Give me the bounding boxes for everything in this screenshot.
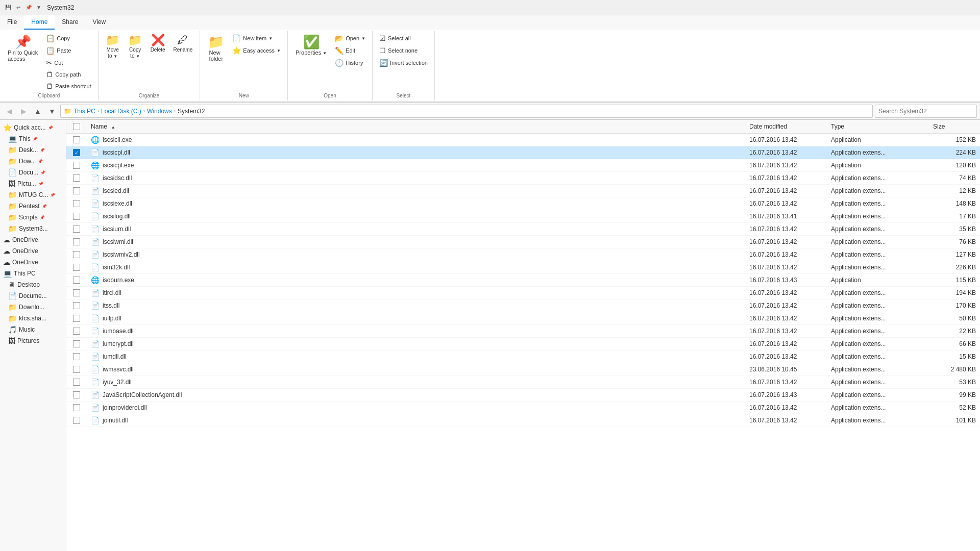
header-type[interactable]: Type: [827, 120, 929, 133]
row-checkbox[interactable]: [73, 366, 80, 373]
table-row[interactable]: 📄 iscsidsc.dll 16.07.2016 13.42 Applicat…: [66, 172, 980, 185]
sidebar-item-onedrive3[interactable]: ☁ OneDrive: [0, 257, 66, 268]
header-size[interactable]: Size: [929, 120, 980, 133]
table-row[interactable]: 📄 iumdll.dll 16.07.2016 13.42 Applicatio…: [66, 350, 980, 363]
row-checkbox-cell[interactable]: [66, 262, 87, 273]
sidebar-item-onedrive2[interactable]: ☁ OneDrive: [0, 245, 66, 257]
breadcrumb-windows[interactable]: Windows: [147, 108, 172, 115]
row-checkbox-cell[interactable]: [66, 223, 87, 235]
header-checkbox[interactable]: [66, 120, 87, 133]
row-checkbox[interactable]: [73, 391, 80, 398]
table-row[interactable]: 📄 joinprovideroi.dll 16.07.2016 13.42 Ap…: [66, 402, 980, 414]
move-to-button[interactable]: 📁 Moveto ▼: [103, 33, 123, 61]
invert-selection-button[interactable]: 🔄 Invert selection: [377, 57, 430, 68]
sidebar-item-documents[interactable]: 📄 Docu... 📌: [0, 167, 66, 178]
row-checkbox-cell[interactable]: [66, 172, 87, 184]
row-checkbox[interactable]: [73, 174, 80, 182]
tab-view[interactable]: View: [85, 15, 113, 30]
sidebar-item-this[interactable]: 💻 This 📌: [0, 133, 66, 144]
new-folder-button[interactable]: 📁 Newfolder: [204, 33, 228, 64]
table-row[interactable]: 📄 iumbase.dll 16.07.2016 13.42 Applicati…: [66, 325, 980, 338]
select-all-button[interactable]: ☑ Select all: [377, 33, 430, 44]
back-button[interactable]: ◀: [3, 105, 15, 117]
row-checkbox-cell[interactable]: [66, 351, 87, 362]
row-checkbox-cell[interactable]: [66, 377, 87, 388]
table-row[interactable]: 🌐 iscsicpl.exe 16.07.2016 13.42 Applicat…: [66, 159, 980, 172]
row-checkbox-cell[interactable]: [66, 402, 87, 413]
row-checkbox-cell[interactable]: [66, 134, 87, 145]
breadcrumb-thispc[interactable]: This PC: [74, 108, 95, 115]
row-checkbox[interactable]: [73, 226, 80, 233]
sidebar-item-quick-access[interactable]: ⭐ Quick acc... 📌: [0, 122, 66, 133]
row-checkbox-cell[interactable]: ✓: [66, 147, 87, 158]
search-input[interactable]: [875, 105, 977, 118]
row-checkbox[interactable]: ✓: [73, 149, 80, 156]
undo-icon[interactable]: ↩: [14, 4, 22, 12]
sidebar-item-pentest[interactable]: 📁 Pentest 📌: [0, 201, 66, 212]
table-row[interactable]: 📄 joinutil.dll 16.07.2016 13.42 Applicat…: [66, 414, 980, 427]
row-checkbox[interactable]: [73, 289, 80, 296]
sidebar-item-music[interactable]: 🎵 Music: [0, 324, 66, 335]
select-none-button[interactable]: ☐ Select none: [377, 45, 430, 56]
table-row[interactable]: 📄 itss.dll 16.07.2016 13.42 Application …: [66, 299, 980, 312]
table-row[interactable]: 📄 iuilp.dll 16.07.2016 13.42 Application…: [66, 312, 980, 325]
dropdown-icon[interactable]: ▼: [35, 4, 43, 12]
table-row[interactable]: 📄 iscsiwmi.dll 16.07.2016 13.42 Applicat…: [66, 236, 980, 248]
row-checkbox-cell[interactable]: [66, 338, 87, 349]
sidebar-item-onedrive1[interactable]: ☁ OneDrive: [0, 234, 66, 245]
table-row[interactable]: 📄 iyuv_32.dll 16.07.2016 13.42 Applicati…: [66, 376, 980, 389]
table-row[interactable]: 📄 iscsiwmiv2.dll 16.07.2016 13.42 Applic…: [66, 248, 980, 261]
table-row[interactable]: 📄 iscsiexe.dll 16.07.2016 13.42 Applicat…: [66, 197, 980, 210]
tab-home[interactable]: Home: [24, 15, 55, 30]
easy-access-button[interactable]: ⭐ Easy access ▼: [230, 45, 283, 56]
table-row[interactable]: 📄 iscsied.dll 16.07.2016 13.42 Applicati…: [66, 185, 980, 197]
tab-share[interactable]: Share: [55, 15, 85, 30]
sidebar-item-scripts[interactable]: 📁 Scripts 📌: [0, 212, 66, 223]
table-row[interactable]: 📄 iscsium.dll 16.07.2016 13.42 Applicati…: [66, 223, 980, 236]
row-checkbox[interactable]: [73, 200, 80, 207]
row-checkbox[interactable]: [73, 264, 80, 271]
table-row[interactable]: 📄 iumcrypt.dll 16.07.2016 13.42 Applicat…: [66, 338, 980, 350]
select-all-checkbox[interactable]: [73, 123, 80, 130]
row-checkbox[interactable]: [73, 187, 80, 194]
forward-button[interactable]: ▶: [17, 105, 30, 117]
copy-to-button[interactable]: 📁 Copyto ▼: [125, 33, 145, 61]
table-row[interactable]: 📄 ism32k.dll 16.07.2016 13.42 Applicatio…: [66, 261, 980, 274]
table-row[interactable]: 📄 iwmssvc.dll 23.06.2016 10.45 Applicati…: [66, 363, 980, 376]
table-row[interactable]: 🌐 iscsicli.exe 16.07.2016 13.42 Applicat…: [66, 134, 980, 146]
row-checkbox[interactable]: [73, 277, 80, 284]
row-checkbox[interactable]: [73, 302, 80, 309]
row-checkbox-cell[interactable]: [66, 415, 87, 426]
table-row[interactable]: 📄 JavaScriptCollectionAgent.dll 16.07.20…: [66, 389, 980, 402]
row-checkbox[interactable]: [73, 328, 80, 335]
save-icon[interactable]: 💾: [4, 4, 12, 12]
row-checkbox[interactable]: [73, 340, 80, 347]
row-checkbox[interactable]: [73, 379, 80, 386]
row-checkbox[interactable]: [73, 162, 80, 169]
dropdown-recent-button[interactable]: ▼: [46, 105, 58, 117]
row-checkbox-cell[interactable]: [66, 160, 87, 171]
row-checkbox-cell[interactable]: [66, 249, 87, 260]
copy-button[interactable]: 📋 Copy: [43, 33, 93, 44]
row-checkbox[interactable]: [73, 251, 80, 258]
sidebar-item-mtug[interactable]: 📁 MTUG C... 📌: [0, 189, 66, 201]
row-checkbox-cell[interactable]: [66, 236, 87, 247]
sidebar-item-system32[interactable]: 📁 System3...: [0, 223, 66, 234]
row-checkbox-cell[interactable]: [66, 300, 87, 311]
delete-button[interactable]: ❌ Delete: [148, 33, 168, 55]
open-button[interactable]: 📂 Open ▼: [332, 33, 368, 44]
sidebar-item-this-pc[interactable]: 💻 This PC: [0, 268, 66, 279]
row-checkbox-cell[interactable]: [66, 287, 87, 298]
row-checkbox-cell[interactable]: [66, 211, 87, 222]
rename-button[interactable]: 🖊 Rename: [170, 33, 196, 55]
row-checkbox-cell[interactable]: [66, 198, 87, 209]
copy-path-button[interactable]: 🗒 Copy path: [43, 69, 93, 80]
sidebar-item-desktop[interactable]: 📁 Desk... 📌: [0, 144, 66, 156]
sidebar-item-downloads[interactable]: 📁 Dow... 📌: [0, 156, 66, 167]
sidebar-item-pictures2[interactable]: 🖼 Pictures: [0, 335, 66, 346]
sidebar-item-desktop2[interactable]: 🖥 Desktop: [0, 279, 66, 290]
row-checkbox-cell[interactable]: [66, 325, 87, 337]
header-name[interactable]: Name ▲: [87, 120, 745, 133]
sidebar-item-kfcs[interactable]: 📁 kfcs.sha...: [0, 313, 66, 324]
properties-button[interactable]: ✅ Properties ▼: [292, 33, 330, 58]
